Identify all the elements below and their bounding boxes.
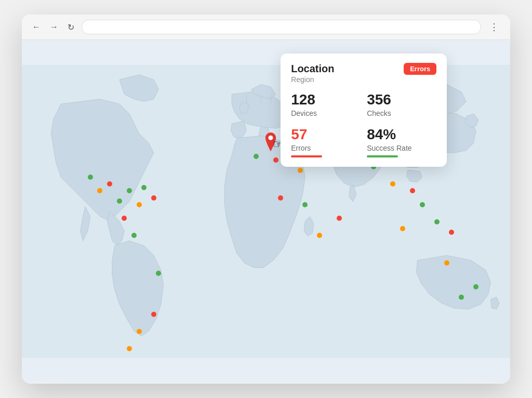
browser-toolbar: ← → ↻ ⋮	[22, 15, 510, 40]
success-label: Success Rate	[367, 144, 436, 152]
map-dot	[151, 195, 156, 201]
map-pin[interactable]: ☞	[263, 132, 278, 153]
devices-value: 128	[291, 92, 361, 108]
map-dot	[88, 175, 93, 180]
stats-grid: 128 Devices 356 Checks 57 Errors 84% S	[291, 92, 436, 157]
map-dot	[317, 233, 322, 238]
tooltip-title: Location	[291, 63, 334, 74]
map-dot	[302, 202, 308, 207]
address-bar[interactable]	[82, 20, 481, 34]
map-dot	[127, 188, 132, 193]
map-dot	[410, 188, 415, 193]
checks-value: 356	[367, 92, 436, 108]
errors-bar	[291, 155, 322, 157]
map-dot	[137, 329, 142, 334]
error-badge: Errors	[404, 63, 436, 75]
map-dot	[298, 168, 303, 173]
map-dot	[390, 181, 395, 187]
map-dot	[156, 271, 161, 276]
map-dot	[254, 154, 259, 159]
back-button[interactable]: ←	[30, 21, 43, 33]
map-dot	[137, 202, 142, 207]
success-bar	[367, 155, 398, 157]
tooltip-header: Location Region Errors	[291, 63, 436, 84]
map-dot	[97, 188, 102, 193]
map-dot	[107, 181, 112, 187]
map-dot	[400, 226, 405, 231]
map-dot	[151, 312, 156, 317]
location-tooltip: Location Region Errors 128 Devices 356 C…	[281, 54, 447, 167]
map-dot	[122, 216, 127, 221]
map-dot	[434, 219, 440, 224]
svg-point-4	[269, 135, 273, 140]
browser-window: ← → ↻ ⋮	[22, 15, 510, 383]
stat-errors: 57 Errors	[291, 127, 361, 157]
browser-menu-button[interactable]: ⋮	[486, 20, 502, 34]
map-container: ☞ Location Region Errors 128 Devices 356	[22, 40, 510, 383]
devices-label: Devices	[291, 109, 361, 117]
tooltip-title-block: Location Region	[291, 63, 334, 84]
forward-button[interactable]: →	[48, 21, 60, 33]
map-dot	[141, 185, 147, 190]
map-dot	[420, 202, 425, 207]
map-dot	[273, 157, 278, 163]
stat-success: 84% Success Rate	[367, 127, 436, 157]
map-dot	[278, 195, 283, 201]
success-value: 84%	[367, 127, 436, 143]
map-dot	[449, 230, 454, 235]
map-dot	[127, 346, 132, 351]
map-dot	[444, 260, 449, 266]
checks-label: Checks	[367, 109, 436, 117]
map-dot	[131, 233, 137, 238]
map-dot	[117, 198, 122, 204]
map-dot	[337, 216, 342, 221]
stat-checks: 356 Checks	[367, 92, 436, 121]
errors-value: 57	[291, 127, 361, 143]
errors-label: Errors	[291, 144, 361, 152]
stat-devices: 128 Devices	[291, 92, 361, 121]
tooltip-subtitle: Region	[291, 75, 334, 84]
refresh-button[interactable]: ↻	[65, 21, 76, 33]
map-dot	[473, 284, 478, 289]
map-dot	[459, 295, 464, 300]
